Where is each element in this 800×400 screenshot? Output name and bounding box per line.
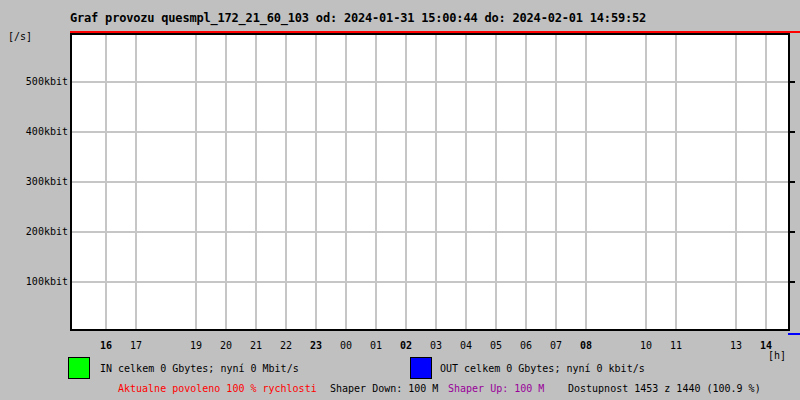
right-axis-tick [790, 131, 795, 133]
y-axis-unit-label: [/s] [8, 31, 32, 43]
value-gridline [72, 131, 788, 133]
legend-in-label: IN celkem 0 Gbytes; nyní 0 Mbit/s [100, 362, 299, 375]
chart-plot-area [70, 33, 790, 331]
x-tick-label: 13 [730, 340, 742, 352]
x-tick-label: 02 [400, 340, 412, 352]
x-tick-label: 05 [490, 340, 502, 352]
right-axis-tick [790, 231, 795, 233]
x-tick-label: 22 [280, 340, 292, 352]
x-tick-label: 06 [520, 340, 532, 352]
x-tick-label: 01 [370, 340, 382, 352]
x-tick-label: 17 [130, 340, 142, 352]
y-tick-label: 200kbit [0, 225, 68, 238]
x-tick-label: 07 [550, 340, 562, 352]
bottom-right-blue-line [788, 333, 800, 335]
legend-out-swatch [410, 357, 432, 379]
x-tick-label: 10 [640, 340, 652, 352]
x-tick-label: 23 [310, 340, 322, 352]
status-shaper-up: Shaper Up: 100 M [448, 382, 544, 395]
x-tick-label: 11 [670, 340, 682, 352]
right-axis-tick [790, 81, 795, 83]
y-tick-label: 300kbit [0, 175, 68, 188]
value-gridline [72, 231, 788, 233]
x-tick-label: 14 [760, 340, 772, 352]
status-availability: Dostupnost 1453 z 1440 (100.9 %) [568, 382, 761, 395]
value-gridline [72, 281, 788, 283]
x-tick-label: 19 [190, 340, 202, 352]
status-allowed-speed: Aktualne povoleno 100 % rychlosti [118, 382, 317, 395]
y-tick-label: 100kbit [0, 275, 68, 288]
y-tick-label: 400kbit [0, 125, 68, 138]
x-tick-label: 20 [220, 340, 232, 352]
x-tick-label: 16 [100, 340, 112, 352]
right-axis-tick [790, 281, 795, 283]
status-shaper-down: Shaper Down: 100 M [330, 382, 438, 395]
x-tick-label: 08 [580, 340, 592, 352]
x-tick-label: 04 [460, 340, 472, 352]
value-gridline [72, 181, 788, 183]
right-axis-tick [790, 181, 795, 183]
legend-out-label: OUT celkem 0 Gbytes; nyní 0 kbit/s [440, 362, 645, 375]
legend-in-swatch [68, 357, 90, 379]
value-gridline [72, 81, 788, 83]
x-tick-label: 03 [430, 340, 442, 352]
y-tick-label: 500kbit [0, 75, 68, 88]
graph-title: Graf provozu quesmpl_172_21_60_103 od: 2… [70, 11, 646, 25]
x-tick-label: 21 [250, 340, 262, 352]
x-tick-label: 00 [340, 340, 352, 352]
traffic-graph-screen: Graf provozu quesmpl_172_21_60_103 od: 2… [0, 0, 800, 400]
